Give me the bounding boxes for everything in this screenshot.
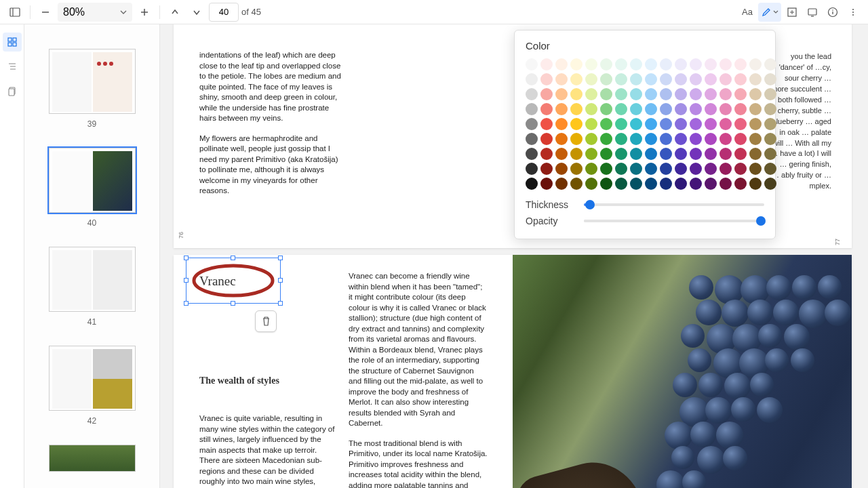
color-swatch[interactable]: [675, 133, 687, 145]
color-swatch[interactable]: [526, 58, 538, 70]
color-swatch[interactable]: [540, 73, 553, 85]
color-swatch[interactable]: [630, 133, 642, 145]
color-swatch[interactable]: [540, 148, 553, 160]
color-swatch[interactable]: [555, 133, 568, 145]
color-swatch[interactable]: [600, 103, 612, 115]
color-swatch[interactable]: [660, 88, 672, 100]
color-swatch[interactable]: [630, 178, 642, 190]
document-view[interactable]: indentations of the leaf) which are deep…: [160, 24, 868, 488]
color-swatch[interactable]: [630, 58, 642, 70]
color-swatch[interactable]: [690, 118, 702, 130]
color-swatch[interactable]: [660, 133, 672, 145]
color-swatch[interactable]: [615, 148, 627, 160]
color-swatch[interactable]: [600, 88, 612, 100]
color-swatch[interactable]: [705, 88, 717, 100]
outline-tab[interactable]: [3, 57, 22, 76]
color-swatch[interactable]: [570, 103, 583, 115]
color-swatch[interactable]: [734, 163, 747, 175]
color-swatch[interactable]: [600, 178, 612, 190]
color-swatch[interactable]: [675, 73, 687, 85]
color-swatch[interactable]: [570, 163, 583, 175]
color-swatch[interactable]: [526, 118, 538, 130]
color-swatch[interactable]: [526, 178, 538, 190]
color-swatch[interactable]: [585, 58, 597, 70]
color-swatch[interactable]: [675, 178, 687, 190]
color-swatch[interactable]: [555, 88, 568, 100]
color-swatch[interactable]: [540, 88, 553, 100]
color-swatch[interactable]: [630, 148, 642, 160]
color-swatch[interactable]: [555, 178, 568, 190]
color-swatch[interactable]: [734, 133, 747, 145]
color-swatch[interactable]: [570, 58, 583, 70]
color-swatch[interactable]: [570, 178, 583, 190]
color-swatch[interactable]: [719, 58, 732, 70]
color-swatch[interactable]: [585, 118, 597, 130]
color-swatch[interactable]: [615, 73, 627, 85]
color-swatch[interactable]: [749, 163, 762, 175]
zoom-select[interactable]: 80%: [58, 3, 132, 22]
color-swatch[interactable]: [540, 163, 553, 175]
color-swatch[interactable]: [645, 103, 657, 115]
color-swatch[interactable]: [675, 163, 687, 175]
color-swatch[interactable]: [645, 178, 657, 190]
color-swatch[interactable]: [585, 133, 597, 145]
color-swatch[interactable]: [764, 133, 776, 145]
color-swatch[interactable]: [555, 103, 568, 115]
color-swatch[interactable]: [764, 88, 776, 100]
color-swatch[interactable]: [675, 118, 687, 130]
color-swatch[interactable]: [705, 103, 717, 115]
thumbnail-panel[interactable]: 39 40 41 42: [24, 24, 160, 488]
color-swatch[interactable]: [719, 118, 732, 130]
color-swatch[interactable]: [705, 118, 717, 130]
color-swatch[interactable]: [749, 88, 762, 100]
color-swatch[interactable]: [615, 118, 627, 130]
thickness-slider[interactable]: [584, 203, 764, 206]
color-swatch[interactable]: [675, 103, 687, 115]
color-swatch[interactable]: [600, 118, 612, 130]
color-swatch[interactable]: [570, 148, 583, 160]
color-swatch[interactable]: [540, 103, 553, 115]
color-swatch[interactable]: [719, 133, 732, 145]
color-swatch[interactable]: [734, 148, 747, 160]
prev-page-button[interactable]: [165, 3, 184, 22]
add-text-button[interactable]: [783, 3, 802, 22]
more-button[interactable]: [844, 3, 863, 22]
color-swatch[interactable]: [526, 103, 538, 115]
color-swatch[interactable]: [764, 103, 776, 115]
color-swatch[interactable]: [540, 58, 553, 70]
color-swatch[interactable]: [526, 88, 538, 100]
color-swatch[interactable]: [705, 133, 717, 145]
color-swatch[interactable]: [675, 148, 687, 160]
attachments-tab[interactable]: [3, 81, 22, 100]
color-swatch[interactable]: [570, 133, 583, 145]
color-swatch[interactable]: [764, 148, 776, 160]
color-swatch[interactable]: [645, 118, 657, 130]
color-swatch[interactable]: [734, 118, 747, 130]
thumbnail-42[interactable]: 42: [24, 346, 159, 426]
color-swatch[interactable]: [526, 73, 538, 85]
color-swatch[interactable]: [734, 103, 747, 115]
color-swatch[interactable]: [570, 73, 583, 85]
color-swatch[interactable]: [719, 163, 732, 175]
thumbnail-40[interactable]: 40: [24, 148, 159, 228]
color-swatch[interactable]: [585, 178, 597, 190]
color-swatch[interactable]: [600, 163, 612, 175]
color-swatch[interactable]: [690, 178, 702, 190]
color-swatch[interactable]: [615, 58, 627, 70]
color-swatch[interactable]: [705, 73, 717, 85]
color-swatch[interactable]: [630, 103, 642, 115]
opacity-slider[interactable]: [584, 220, 764, 222]
draw-tool-button[interactable]: [758, 3, 781, 22]
color-swatch[interactable]: [630, 118, 642, 130]
thumbnail-43[interactable]: [24, 445, 159, 472]
color-swatch[interactable]: [585, 88, 597, 100]
color-swatch[interactable]: [734, 58, 747, 70]
color-swatch[interactable]: [555, 73, 568, 85]
color-swatch[interactable]: [600, 58, 612, 70]
present-button[interactable]: [803, 3, 822, 22]
color-swatch[interactable]: [540, 133, 553, 145]
color-swatch[interactable]: [555, 148, 568, 160]
color-swatch[interactable]: [764, 58, 776, 70]
color-swatch[interactable]: [540, 178, 553, 190]
delete-annotation-button[interactable]: [255, 310, 277, 332]
